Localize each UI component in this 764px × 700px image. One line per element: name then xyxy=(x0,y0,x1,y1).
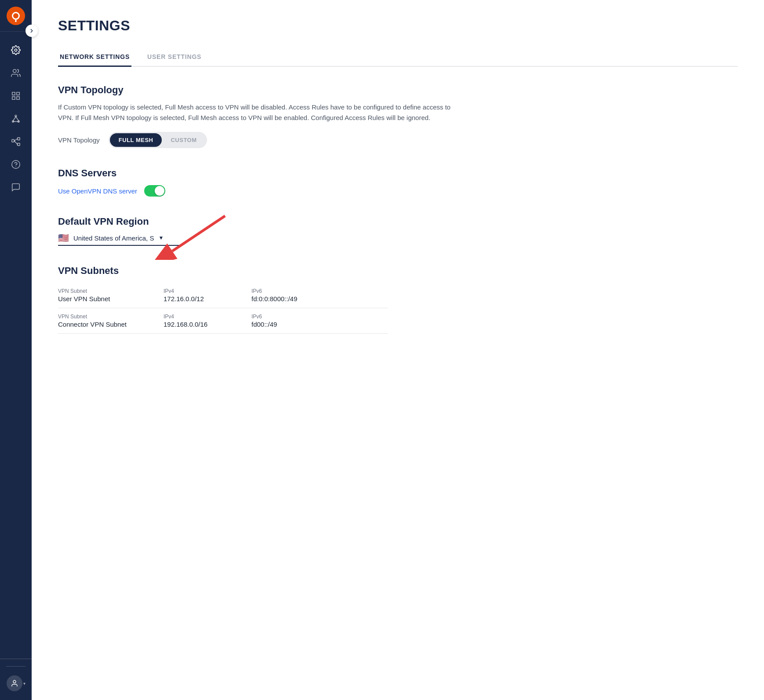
dns-servers-section: DNS Servers Use OpenVPN DNS server xyxy=(58,168,738,197)
subnet-col-ipv4: IPv4 172.16.0.0/12 xyxy=(164,288,251,303)
topology-full-mesh-button[interactable]: FULL MESH xyxy=(110,133,162,147)
subnet-header-label-0: VPN Subnet xyxy=(58,288,164,294)
topology-toggle-group: FULL MESH CUSTOM xyxy=(109,132,207,148)
vpn-topology-label: VPN Topology xyxy=(58,136,100,144)
vpn-topology-section: VPN Topology If Custom VPN topology is s… xyxy=(58,84,738,148)
topology-custom-button[interactable]: CUSTOM xyxy=(162,133,205,147)
subnet-col-ipv6: IPv6 fd00::/49 xyxy=(251,314,366,328)
dns-toggle-switch[interactable] xyxy=(144,185,165,197)
sidebar-divider xyxy=(6,666,25,667)
table-row: VPN Subnet User VPN Subnet IPv4 172.16.0… xyxy=(58,283,388,308)
table-row: VPN Subnet Connector VPN Subnet IPv4 192… xyxy=(58,308,388,334)
vpn-topology-title: VPN Topology xyxy=(58,84,738,96)
user-dropdown-icon: ▾ xyxy=(23,681,25,686)
svg-line-9 xyxy=(13,117,16,120)
sidebar-item-messages[interactable] xyxy=(6,178,25,197)
svg-rect-3 xyxy=(17,92,19,95)
subnet-ipv6-label-0: IPv6 xyxy=(251,288,366,294)
tab-network-settings[interactable]: NETWORK SETTINGS xyxy=(58,48,131,67)
svg-line-10 xyxy=(16,117,18,120)
sidebar-item-connectors[interactable] xyxy=(6,86,25,106)
subnet-ipv4-label-1: IPv4 xyxy=(164,314,251,320)
dns-servers-title: DNS Servers xyxy=(58,168,738,179)
subnet-col-ipv6: IPv6 fd:0:0:8000::/49 xyxy=(251,288,366,303)
svg-point-19 xyxy=(13,680,16,683)
svg-rect-5 xyxy=(12,97,15,99)
vpn-subnets-title: VPN Subnets xyxy=(58,265,738,277)
sidebar: ▾ xyxy=(0,0,32,700)
subnet-ipv6-value-1: fd00::/49 xyxy=(251,321,366,328)
svg-line-15 xyxy=(14,139,17,141)
svg-point-17 xyxy=(12,160,20,168)
vpn-topology-toggle: VPN Topology FULL MESH CUSTOM xyxy=(58,132,738,148)
dns-toggle-label: Use OpenVPN DNS server xyxy=(58,187,137,195)
svg-rect-4 xyxy=(17,97,19,99)
region-text: United States of America, S xyxy=(73,234,154,242)
sidebar-nav xyxy=(6,32,25,659)
svg-rect-13 xyxy=(18,138,20,140)
logo-inner xyxy=(12,12,20,20)
subnet-ipv4-label-0: IPv4 xyxy=(164,288,251,294)
svg-line-16 xyxy=(14,141,17,144)
subnet-header-label-1: VPN Subnet xyxy=(58,314,164,320)
avatar xyxy=(7,675,22,691)
subnet-value-name-0: User VPN Subnet xyxy=(58,295,164,303)
sidebar-expand-button[interactable] xyxy=(25,25,38,37)
dns-toggle-row: Use OpenVPN DNS server xyxy=(58,185,738,197)
subnet-ipv4-value-1: 192.168.0.0/16 xyxy=(164,321,251,328)
subnet-table: VPN Subnet User VPN Subnet IPv4 172.16.0… xyxy=(58,283,388,334)
subnet-col-name: VPN Subnet Connector VPN Subnet xyxy=(58,314,164,328)
default-vpn-region-title: Default VPN Region xyxy=(58,216,738,227)
sidebar-item-help[interactable] xyxy=(6,155,25,174)
app-logo xyxy=(7,7,25,25)
sidebar-item-settings[interactable] xyxy=(6,40,25,60)
sidebar-bottom: ▾ xyxy=(0,659,32,700)
svg-rect-14 xyxy=(18,143,20,146)
subnet-col-name: VPN Subnet User VPN Subnet xyxy=(58,288,164,303)
svg-point-0 xyxy=(15,49,17,51)
main-content: SETTINGS NETWORK SETTINGS USER SETTINGS … xyxy=(32,0,764,700)
region-selector-wrapper: 🇺🇸 United States of America, S ▼ xyxy=(58,233,181,246)
subnet-value-name-1: Connector VPN Subnet xyxy=(58,321,164,328)
sidebar-item-topology[interactable] xyxy=(6,132,25,151)
tab-user-settings[interactable]: USER SETTINGS xyxy=(146,48,203,67)
region-dropdown-icon: ▼ xyxy=(158,235,164,241)
subnet-ipv4-value-0: 172.16.0.0/12 xyxy=(164,295,251,303)
subnet-ipv6-value-0: fd:0:0:8000::/49 xyxy=(251,295,366,303)
svg-rect-2 xyxy=(12,92,15,95)
tabs-bar: NETWORK SETTINGS USER SETTINGS xyxy=(58,48,738,67)
svg-point-1 xyxy=(13,69,16,73)
sidebar-item-users[interactable] xyxy=(6,63,25,83)
page-title: SETTINGS xyxy=(58,18,738,34)
region-selector[interactable]: 🇺🇸 United States of America, S ▼ xyxy=(58,233,181,246)
sidebar-item-network[interactable] xyxy=(6,109,25,128)
subnet-col-ipv4: IPv4 192.168.0.0/16 xyxy=(164,314,251,328)
default-vpn-region-section: Default VPN Region 🇺🇸 United States of A… xyxy=(58,216,738,246)
user-avatar-button[interactable]: ▾ xyxy=(6,674,25,693)
subnet-ipv6-label-1: IPv6 xyxy=(251,314,366,320)
vpn-topology-description: If Custom VPN topology is selected, Full… xyxy=(58,102,454,123)
region-flag: 🇺🇸 xyxy=(58,233,69,242)
vpn-subnets-section: VPN Subnets VPN Subnet User VPN Subnet I… xyxy=(58,265,738,334)
